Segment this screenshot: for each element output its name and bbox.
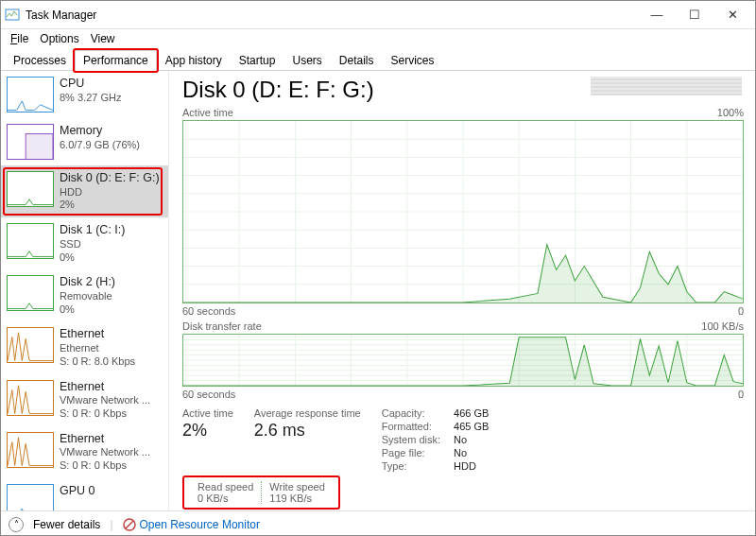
info-value: 466 GB: [454, 407, 489, 419]
info-key: Formatted:: [382, 421, 440, 432]
item-line1: HDD: [60, 186, 160, 199]
svg-line-39: [126, 521, 133, 528]
stat-value: 2%: [182, 421, 233, 441]
minimize-button[interactable]: —: [638, 2, 676, 28]
window-title: Task Manager: [26, 9, 96, 22]
sidebar-item-5[interactable]: EthernetEthernetS: 0 R: 8.0 Kbps: [1, 321, 168, 373]
stat-value: 119 KB/s: [269, 493, 325, 504]
footer: ˄ Fewer details | Open Resource Monitor: [1, 510, 755, 536]
sparkline-thumb: [7, 223, 54, 259]
sidebar[interactable]: CPU8% 3.27 GHzMemory6.0/7.9 GB (76%)Disk…: [1, 71, 169, 510]
item-line1: SSD: [60, 238, 125, 251]
maximize-button[interactable]: ☐: [676, 2, 713, 28]
item-meta: GPU 0: [60, 484, 95, 510]
sidebar-item-3[interactable]: Disk 1 (C: I:)SSD0%: [1, 217, 168, 269]
item-meta: Memory6.0/7.9 GB (76%): [60, 124, 140, 160]
item-line1: Removable: [60, 290, 115, 303]
item-line1: 8% 3.27 GHz: [60, 92, 121, 105]
stat-value: 2.6 ms: [254, 421, 361, 441]
item-meta: EthernetVMware Network ...S: 0 R: 0 Kbps: [60, 380, 150, 421]
speed-highlight-box: Read speed 0 KB/s Write speed 119 KB/s: [182, 475, 340, 510]
item-name: CPU: [60, 77, 121, 92]
info-key: Capacity:: [382, 407, 440, 419]
sparkline-thumb: [7, 484, 54, 510]
sparkline-thumb: [7, 432, 54, 468]
item-name: Ethernet: [60, 327, 135, 342]
sidebar-item-2[interactable]: Disk 0 (D: E: F: G:)HDD2%: [1, 165, 168, 217]
info-key: Page file:: [382, 447, 440, 458]
tab-details[interactable]: Details: [331, 50, 383, 71]
stat-label: Write speed: [269, 481, 325, 493]
tab-processes[interactable]: Processes: [5, 50, 75, 71]
info-value: HDD: [454, 460, 489, 472]
active-time-chart: [182, 120, 744, 303]
item-name: Disk 0 (D: E: F: G:): [60, 171, 160, 186]
item-line2: 2%: [60, 199, 160, 212]
item-name: Memory: [60, 124, 140, 139]
tab-users[interactable]: Users: [284, 50, 330, 71]
item-meta: CPU8% 3.27 GHz: [60, 77, 121, 112]
chart2-max: 100 KB/s: [701, 320, 744, 332]
link-label: Open Resource Monitor: [140, 518, 260, 531]
item-meta: Disk 0 (D: E: F: G:)HDD2%: [60, 171, 160, 212]
stat-write-speed: Write speed 119 KB/s: [262, 479, 333, 506]
sparkline-thumb: [7, 77, 54, 112]
menu-options[interactable]: Options: [34, 30, 84, 47]
svg-rect-1: [26, 134, 53, 160]
chart2-xleft: 60 seconds: [182, 389, 235, 400]
chevron-up-icon[interactable]: ˄: [9, 517, 24, 532]
menu-view[interactable]: View: [85, 30, 121, 47]
chart1-label: Active time: [182, 107, 233, 118]
info-key: Type:: [382, 460, 440, 472]
disk-model-blurred: [591, 77, 742, 95]
main-panel: Disk 0 (D: E: F: G:) Active time 100% 60…: [169, 71, 755, 510]
stat-label: Active time: [182, 407, 233, 419]
stat-value: 0 KB/s: [198, 493, 253, 504]
item-name: Disk 1 (C: I:): [60, 223, 125, 238]
menubar: File Options View: [1, 29, 755, 48]
item-meta: Disk 1 (C: I:)SSD0%: [60, 223, 125, 264]
stat-active-time: Active time 2%: [182, 407, 233, 472]
stat-avg-response: Average response time 2.6 ms: [254, 407, 361, 472]
chart2-label: Disk transfer rate: [182, 320, 262, 332]
sparkline-thumb: [7, 124, 54, 160]
fewer-details-link[interactable]: Fewer details: [33, 518, 100, 531]
stat-read-speed: Read speed 0 KB/s: [190, 479, 261, 506]
app-icon: [5, 8, 20, 23]
sidebar-item-8[interactable]: GPU 0: [1, 478, 168, 510]
stat-label: Average response time: [254, 407, 361, 419]
chart1-max: 100%: [717, 107, 744, 118]
tab-bar: Processes Performance App history Startu…: [1, 48, 755, 71]
transfer-rate-chart: [182, 334, 744, 387]
item-line1: 6.0/7.9 GB (76%): [60, 139, 140, 152]
tab-app-history[interactable]: App history: [157, 50, 231, 71]
sidebar-item-0[interactable]: CPU8% 3.27 GHz: [1, 71, 168, 118]
chart1-xright: 0: [738, 305, 744, 317]
sidebar-item-1[interactable]: Memory6.0/7.9 GB (76%): [1, 118, 168, 165]
info-value: 465 GB: [454, 421, 489, 432]
item-line2: 0%: [60, 303, 115, 317]
info-value: No: [454, 434, 489, 445]
sidebar-item-4[interactable]: Disk 2 (H:)Removable0%: [1, 269, 168, 321]
tab-services[interactable]: Services: [383, 50, 443, 71]
sidebar-item-7[interactable]: EthernetVMware Network ...S: 0 R: 0 Kbps: [1, 426, 168, 478]
tab-performance[interactable]: Performance: [75, 50, 157, 71]
sparkline-thumb: [7, 171, 54, 207]
item-line2: S: 0 R: 0 Kbps: [60, 407, 150, 421]
item-line2: 0%: [60, 251, 125, 265]
item-name: Ethernet: [60, 380, 150, 395]
item-line1: Ethernet: [60, 342, 135, 355]
sidebar-item-6[interactable]: EthernetVMware Network ...S: 0 R: 0 Kbps: [1, 374, 168, 426]
stat-label: Read speed: [198, 481, 253, 493]
item-name: Disk 2 (H:): [60, 275, 115, 290]
item-line2: S: 0 R: 8.0 Kbps: [60, 355, 135, 369]
sparkline-thumb: [7, 275, 54, 311]
item-name: GPU 0: [60, 484, 95, 499]
item-name: Ethernet: [60, 432, 150, 447]
open-resource-monitor-link[interactable]: Open Resource Monitor: [123, 518, 260, 531]
disk-info-table: Capacity:466 GBFormatted:465 GBSystem di…: [382, 407, 490, 472]
tab-startup[interactable]: Startup: [231, 50, 284, 71]
info-key: System disk:: [382, 434, 440, 445]
menu-file[interactable]: File: [5, 30, 34, 47]
close-button[interactable]: ✕: [713, 2, 751, 28]
